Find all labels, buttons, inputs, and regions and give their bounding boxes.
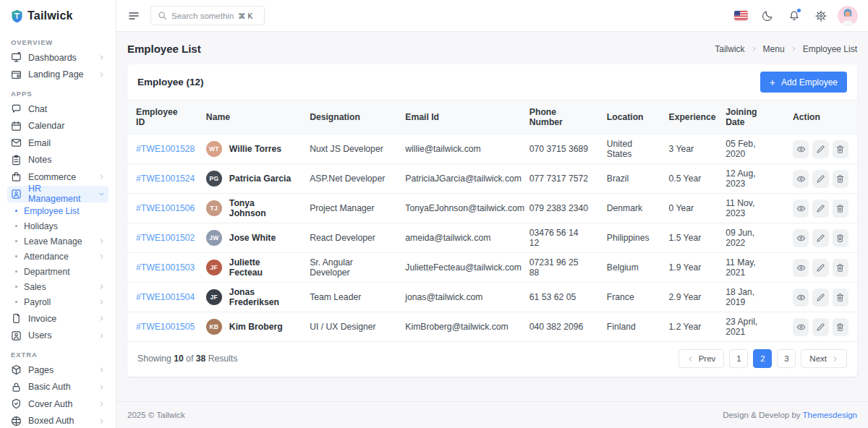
sidebar-nav: OVERVIEWDashboardsLanding PageAPPSChatCa… xyxy=(0,38,116,428)
joining-date-cell: 23 April, 2021 xyxy=(717,312,784,342)
sidebar-item-invoice[interactable]: Invoice xyxy=(7,310,109,328)
page-footer: 2025 © Tailwick Design & Develop by Them… xyxy=(116,401,868,428)
prev-page-button[interactable]: Prev xyxy=(678,349,725,368)
sidebar-subitem-attendance[interactable]: Attendance xyxy=(7,249,109,264)
delete-button[interactable] xyxy=(833,229,848,247)
employee-id-cell[interactable]: #TWE1001524 xyxy=(127,164,197,194)
email-cell: ameida@tailwick.com xyxy=(396,223,521,253)
view-button[interactable] xyxy=(793,140,809,158)
location-cell: Brazil xyxy=(598,164,660,194)
joining-date-cell: 09 Jun, 2022 xyxy=(717,223,784,253)
delete-button[interactable] xyxy=(833,318,848,336)
sidebar-item-basic-auth[interactable]: Basic Auth xyxy=(7,379,109,396)
employee-id-cell[interactable]: #TWE1001528 xyxy=(127,134,197,164)
sidebar-item-cover-auth[interactable]: Cover Auth xyxy=(7,395,109,413)
edit-button[interactable] xyxy=(812,229,828,247)
next-page-button[interactable]: Next xyxy=(801,349,847,368)
invoice-icon xyxy=(11,313,22,324)
search-shortcut: ⌘ K xyxy=(238,12,252,20)
experience-cell: 2.9 Year xyxy=(660,283,718,312)
edit-button[interactable] xyxy=(812,140,828,158)
view-button[interactable] xyxy=(793,259,809,277)
edit-button[interactable] xyxy=(812,318,828,336)
employee-id-cell[interactable]: #TWE1001506 xyxy=(127,194,197,223)
sidebar-subitem-department[interactable]: Department xyxy=(7,264,109,279)
view-button[interactable] xyxy=(793,170,809,188)
view-button[interactable] xyxy=(793,318,809,336)
column-header-experience: Experience xyxy=(660,100,718,134)
page-button-1[interactable]: 1 xyxy=(729,349,748,368)
breadcrumb-item-tailwick[interactable]: Tailwick xyxy=(715,44,744,54)
delete-button[interactable] xyxy=(833,140,848,158)
notifications-button[interactable] xyxy=(784,6,804,26)
email-cell: willie@tailwick.com xyxy=(396,134,521,164)
pagination: Prev123Next xyxy=(678,349,847,368)
sidebar-item-chat[interactable]: Chat xyxy=(7,100,109,118)
add-employee-button[interactable]: + Add Employee xyxy=(760,72,847,93)
table-row: #TWE1001528WTWillie TorresNuxt JS Develo… xyxy=(127,134,857,164)
sidebar-item-pages[interactable]: Pages xyxy=(7,361,109,379)
chevron-right-icon xyxy=(98,315,105,322)
card-header: Employee (12) + Add Employee xyxy=(127,64,857,100)
edit-button[interactable] xyxy=(812,288,828,307)
location-cell: Philippines xyxy=(598,223,660,253)
email-cell: TonyaEJohnson@tailwick.com xyxy=(396,194,521,223)
delete-button[interactable] xyxy=(833,288,848,307)
employee-id-cell[interactable]: #TWE1001502 xyxy=(127,223,197,253)
sidebar-subitem-sales[interactable]: Sales xyxy=(7,279,109,294)
employee-id-cell[interactable]: #TWE1001503 xyxy=(127,253,197,283)
bullet-dot xyxy=(15,210,17,212)
sidebar-item-landing-page[interactable]: Landing Page xyxy=(7,67,109,84)
user-avatar[interactable] xyxy=(838,6,858,26)
edit-button[interactable] xyxy=(812,200,828,218)
sidebar-item-notes[interactable]: Notes xyxy=(7,152,109,169)
trash-icon xyxy=(835,322,845,332)
view-button[interactable] xyxy=(793,288,809,307)
sidebar-item-dashboards[interactable]: Dashboards xyxy=(7,49,109,67)
app-logo[interactable]: Tailwick xyxy=(0,0,116,32)
employee-name-cell: JFJuliette Fecteau xyxy=(206,257,292,278)
sidebar-item-boxed-auth[interactable]: Boxed Auth xyxy=(7,413,109,428)
sidebar-item-users[interactable]: Users xyxy=(7,328,109,345)
designation-cell: Project Manager xyxy=(301,194,396,223)
breadcrumb-item-menu[interactable]: Menu xyxy=(763,44,785,54)
action-cell xyxy=(784,223,857,253)
delete-button[interactable] xyxy=(833,200,848,218)
page-button-2[interactable]: 2 xyxy=(753,349,772,368)
sidebar-subitem-leave-manage[interactable]: Leave Manage xyxy=(7,234,109,249)
search-box[interactable]: ⌘ K xyxy=(150,6,265,25)
action-cell xyxy=(784,194,857,223)
action-buttons xyxy=(793,229,848,247)
delete-button[interactable] xyxy=(833,170,848,188)
email-icon xyxy=(11,137,22,148)
themesdesign-link[interactable]: Themesdesign xyxy=(803,411,857,419)
location-cell: United States xyxy=(598,134,660,164)
cover-auth-icon xyxy=(11,398,22,409)
delete-button[interactable] xyxy=(833,259,848,277)
view-button[interactable] xyxy=(793,229,809,247)
sidebar-item-calendar[interactable]: Calendar xyxy=(7,118,109,135)
sidebar-item-label: Calendar xyxy=(28,121,64,131)
edit-button[interactable] xyxy=(812,259,828,277)
boxed-auth-icon xyxy=(11,416,22,427)
employee-id-cell[interactable]: #TWE1001505 xyxy=(127,312,197,342)
view-button[interactable] xyxy=(793,200,809,218)
search-input[interactable] xyxy=(171,12,234,20)
chevron-right-icon xyxy=(98,54,105,61)
sidebar-item-hr-management[interactable]: HR Management xyxy=(7,186,109,203)
edit-button[interactable] xyxy=(812,170,828,188)
language-flag-button[interactable] xyxy=(731,6,751,26)
sidebar-item-ecommerce[interactable]: Ecommerce xyxy=(7,168,109,186)
employee-id-cell[interactable]: #TWE1001504 xyxy=(127,283,197,312)
page-button-3[interactable]: 3 xyxy=(777,349,796,368)
sidebar-item-email[interactable]: Email xyxy=(7,134,109,152)
hamburger-menu-icon[interactable] xyxy=(127,9,141,23)
sidebar-subitem-employee-list[interactable]: Employee List xyxy=(7,203,109,218)
phone-cell: 03476 56 14 12 xyxy=(521,223,598,253)
settings-button[interactable] xyxy=(811,6,831,26)
dark-mode-button[interactable] xyxy=(757,6,778,26)
sidebar-subitem-payroll[interactable]: Payroll xyxy=(7,294,109,309)
topbar: ⌘ K xyxy=(116,0,868,32)
sidebar-subitem-holidays[interactable]: Holidays xyxy=(7,218,109,234)
users-icon xyxy=(11,330,22,341)
